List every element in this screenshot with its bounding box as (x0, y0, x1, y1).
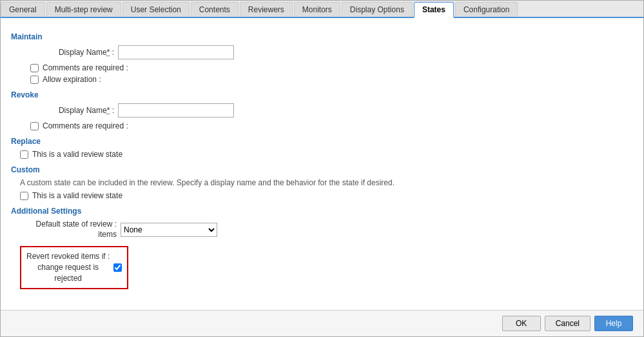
footer: OK Cancel Help (1, 310, 643, 336)
custom-valid-row: This is a valid review state (11, 191, 633, 200)
revoke-display-name-input[interactable] (118, 103, 234, 117)
maintain-section: Maintain Display Name* : Comments are re… (11, 32, 633, 84)
revoke-comments-row: Comments are required : (11, 121, 633, 130)
revoke-comments-checkbox[interactable] (30, 122, 39, 130)
tab-multistep[interactable]: Multi-step review (46, 2, 121, 17)
ok-button[interactable]: OK (502, 316, 541, 331)
replace-valid-row: This is a valid review state (11, 150, 633, 159)
custom-valid-label: This is a valid review state (32, 191, 122, 200)
default-state-label: Default state of review :items (20, 220, 117, 240)
custom-description: A custom state can be included in the re… (11, 178, 633, 187)
tab-display-options[interactable]: Display Options (342, 2, 413, 17)
tab-reviewers[interactable]: Reviewers (240, 2, 293, 17)
maintain-display-name-input[interactable] (118, 45, 234, 59)
tab-states[interactable]: States (414, 2, 454, 18)
custom-section: Custom A custom state can be included in… (11, 165, 633, 200)
revert-label: Revert revoked items if :change request … (26, 251, 110, 283)
replace-valid-label: This is a valid review state (32, 150, 122, 159)
revoke-display-name-label-text: Display Name* : (59, 106, 114, 115)
custom-title: Custom (11, 165, 633, 174)
maintain-display-name-label: Display Name* : (30, 48, 114, 57)
maintain-display-name-label-text: Display Name* : (59, 48, 114, 57)
maintain-display-name-row: Display Name* : (11, 45, 633, 59)
tab-monitors[interactable]: Monitors (294, 2, 340, 17)
revert-checkbox[interactable] (113, 263, 122, 272)
tab-configuration[interactable]: Configuration (455, 2, 518, 17)
revoke-display-name-row: Display Name* : (11, 103, 633, 117)
revert-container: Revert revoked items if :change request … (11, 243, 633, 289)
custom-valid-checkbox[interactable] (20, 192, 28, 200)
maintain-expiration-checkbox[interactable] (30, 76, 39, 84)
dialog: General Multi-step review User Selection… (0, 0, 644, 337)
maintain-expiration-label: Allow expiration : (43, 75, 101, 84)
cancel-button[interactable]: Cancel (545, 316, 590, 331)
maintain-comments-checkbox[interactable] (30, 64, 39, 72)
replace-section: Replace This is a valid review state (11, 137, 633, 159)
maintain-expiration-row: Allow expiration : (11, 75, 633, 84)
revoke-title: Revoke (11, 90, 633, 99)
maintain-comments-label: Comments are required : (43, 63, 128, 72)
tab-user-selection[interactable]: User Selection (122, 2, 190, 17)
default-state-row: Default state of review :items None (11, 220, 633, 240)
maintain-comments-row: Comments are required : (11, 63, 633, 72)
revoke-section: Revoke Display Name* : Comments are requ… (11, 90, 633, 130)
revert-box: Revert revoked items if :change request … (20, 246, 128, 289)
replace-title: Replace (11, 137, 633, 146)
additional-settings-title: Additional Settings (11, 207, 633, 216)
tab-contents[interactable]: Contents (191, 2, 239, 17)
replace-valid-checkbox[interactable] (20, 150, 28, 159)
revoke-display-name-label: Display Name* : (30, 106, 114, 115)
help-button[interactable]: Help (594, 316, 633, 331)
tab-general[interactable]: General (1, 2, 45, 17)
additional-settings-section: Additional Settings Default state of rev… (11, 207, 633, 289)
default-state-select[interactable]: None (121, 223, 217, 237)
revoke-comments-label: Comments are required : (43, 121, 128, 130)
maintain-title: Maintain (11, 32, 633, 41)
tab-bar: General Multi-step review User Selection… (1, 1, 643, 18)
content-area: Maintain Display Name* : Comments are re… (1, 18, 643, 310)
